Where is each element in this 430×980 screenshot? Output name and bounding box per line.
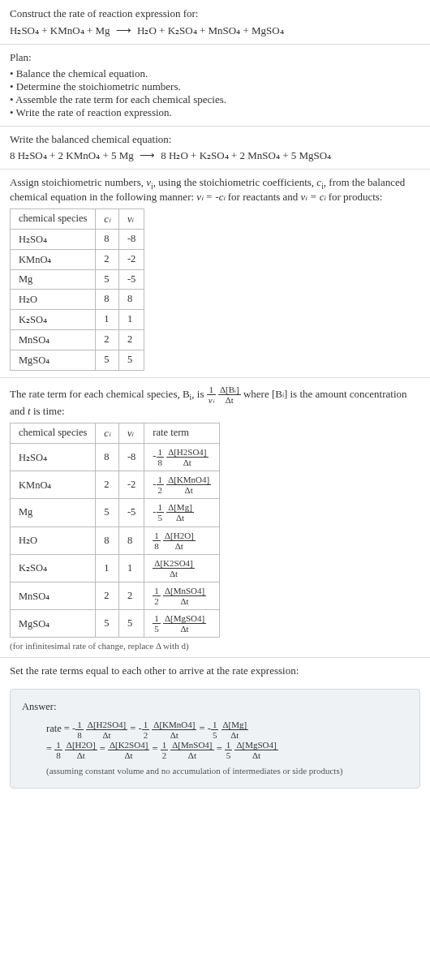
relation: νᵢ = -cᵢ (196, 191, 225, 203)
cell-species: H₂SO₄ (11, 443, 96, 471)
table-row: H₂SO₄8-8-18 Δ[H2SO4]Δt (11, 443, 220, 471)
text: νᵢ (127, 428, 134, 439)
plan-section: Plan: Balance the chemical equation. Det… (0, 45, 430, 127)
cell-rate: Δ[K2SO4]Δt (144, 554, 220, 582)
balanced-lhs: 8 H₂SO₄ + 2 KMnO₄ + 5 Mg (10, 149, 134, 161)
balanced-section: Write the balanced chemical equation: 8 … (0, 127, 430, 170)
num: Δ[H2SO4] (166, 447, 208, 458)
col-c: cᵢ (96, 208, 119, 229)
num: 1 (153, 531, 161, 541)
den: Δt (166, 513, 194, 522)
text: for products: (325, 191, 382, 203)
cell-c: 2 (96, 329, 119, 350)
cell-nu: 8 (118, 289, 144, 309)
num: 1 (54, 740, 62, 750)
fraction: Δ[KMnO4]Δt (166, 475, 211, 495)
table-row: MnSO₄22 (11, 329, 144, 350)
cell-rate: -15 Δ[Mg]Δt (144, 499, 220, 527)
num: 1 (153, 586, 161, 596)
fraction: 18 (153, 531, 161, 551)
stoich-title: Assign stoichiometric numbers, νi, using… (10, 176, 420, 204)
balanced-equation: 8 H₂SO₄ + 2 KMnO₄ + 5 Mg ⟶ 8 H₂O + K₂SO₄… (10, 149, 420, 162)
col-rate: rate term (144, 423, 220, 443)
den: 8 (157, 458, 165, 467)
cell-species: KMnO₄ (11, 471, 96, 499)
cell-species: Mg (11, 269, 96, 289)
col-nu: νᵢ (118, 208, 144, 229)
cell-c: 8 (96, 229, 119, 249)
intro-equation: H₂SO₄ + KMnO₄ + Mg ⟶ H₂O + K₂SO₄ + MnSO₄… (10, 24, 420, 37)
table-header-row: chemical species cᵢ νᵢ rate term (11, 423, 220, 443)
cell-nu: -5 (118, 499, 144, 527)
num: 1 (157, 502, 165, 513)
cell-c: 5 (96, 499, 119, 527)
cell-nu: 5 (118, 610, 144, 638)
rate-footnote: (for infinitesimal rate of change, repla… (10, 641, 420, 651)
plan-list: Balance the chemical equation. Determine… (10, 67, 420, 119)
num: Δ[Mg] (221, 720, 249, 730)
fraction: Δ[H2O]Δt (65, 740, 97, 760)
den: 2 (161, 750, 169, 760)
fraction: Δ[MgSO4]Δt (163, 613, 206, 634)
fraction: Δ[MnSO4]Δt (163, 586, 206, 606)
den: Δt (153, 569, 194, 578)
balanced-rhs: 8 H₂O + K₂SO₄ + 2 MnSO₄ + 5 MgSO₄ (161, 149, 331, 161)
fraction: Δ[MgSO4]Δt (234, 740, 277, 760)
num: Δ[MnSO4] (170, 740, 213, 750)
final-title: Set the rate terms equal to each other t… (10, 664, 420, 677)
fraction: 15 (153, 613, 161, 634)
fraction: Δ[KMnO4]Δt (152, 720, 196, 740)
den: Δt (152, 730, 196, 740)
cell-nu: -5 (118, 269, 144, 289)
den: Δt (166, 485, 211, 495)
table-row: MgSO₄55 (11, 350, 144, 370)
den: 5 (211, 730, 219, 740)
answer-label: Answer: (22, 698, 408, 716)
num: Δ[KMnO4] (152, 720, 196, 730)
col-c: cᵢ (96, 423, 119, 443)
cell-species: MnSO₄ (11, 329, 96, 350)
den: Δt (163, 541, 196, 551)
num: 1 (157, 475, 165, 485)
num: Δ[MnSO4] (163, 586, 206, 596)
den: 5 (153, 624, 161, 634)
col-species: chemical species (11, 423, 96, 443)
delta-frac: Δ[Bᵢ]Δt (218, 385, 241, 405)
cell-c: 2 (96, 471, 119, 499)
col-species: chemical species (11, 208, 96, 229)
cell-c: 1 (96, 309, 119, 329)
answer-line2: = 18 Δ[H2O]Δt = Δ[K2SO4]Δt = 12 Δ[MnSO4]… (22, 740, 408, 760)
fraction: Δ[H2SO4]Δt (166, 447, 208, 467)
fraction: 18 (54, 740, 62, 760)
cell-rate: 15 Δ[MgSO4]Δt (144, 610, 220, 638)
table-row: K₂SO₄11Δ[K2SO4]Δt (11, 554, 220, 582)
table-row: Mg5-5-15 Δ[Mg]Δt (11, 499, 220, 527)
fraction: Δ[Mg]Δt (166, 502, 194, 522)
plan-item: Balance the chemical equation. (10, 67, 420, 80)
text: , using the stoichiometric coefficients, (153, 176, 317, 188)
fraction: 12 (153, 586, 161, 606)
num: Δ[H2O] (65, 740, 97, 750)
text: νᵢ (127, 213, 134, 225)
plan-item: Write the rate of reaction expression. (10, 106, 420, 119)
cell-nu: 2 (118, 582, 144, 609)
cell-rate: 12 Δ[MnSO4]Δt (144, 582, 220, 609)
num: 1 (207, 385, 216, 395)
num: Δ[Bᵢ] (218, 385, 241, 395)
intro-section: Construct the rate of reaction expressio… (0, 0, 430, 45)
cell-species: H₂O (11, 527, 96, 554)
cell-nu: 5 (118, 350, 144, 370)
den: 8 (54, 750, 62, 760)
table-row: K₂SO₄11 (11, 309, 144, 329)
num: 1 (153, 613, 161, 624)
answer-note: (assuming constant volume and no accumul… (22, 763, 408, 780)
text: The rate term for each chemical species,… (10, 387, 190, 399)
cell-c: 5 (96, 269, 119, 289)
plan-item: Determine the stoichiometric numbers. (10, 80, 420, 93)
num: Δ[MgSO4] (234, 740, 277, 750)
den: 8 (75, 730, 84, 740)
den: νᵢ (207, 395, 216, 405)
rate-term-title: The rate term for each chemical species,… (10, 385, 420, 418)
fraction: Δ[H2SO4]Δt (86, 720, 127, 740)
cell-species: MgSO₄ (11, 350, 96, 370)
